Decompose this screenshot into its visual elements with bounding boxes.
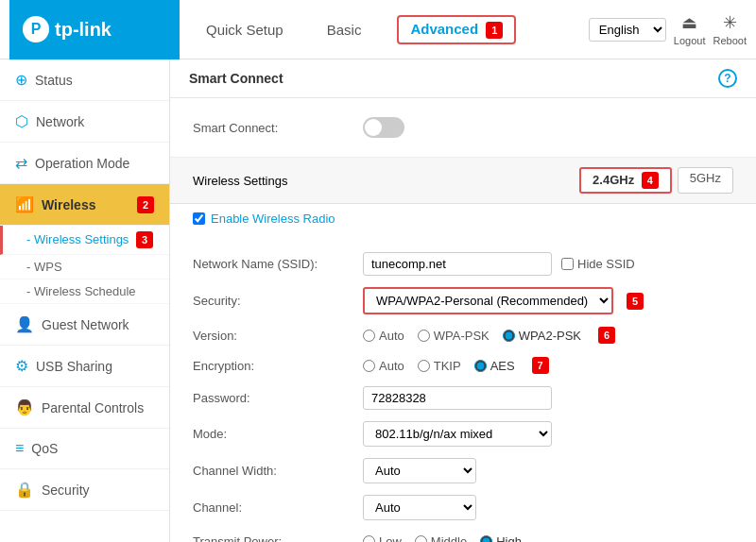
- wireless-settings-header: Wireless Settings 2.4GHz 4 5GHz: [170, 158, 756, 204]
- sidebar-item-label: USB Sharing: [36, 359, 112, 374]
- hide-ssid-label: Hide SSID: [561, 257, 635, 271]
- channel-control: Auto 1 6 11: [363, 495, 733, 520]
- enable-wireless-row: Enable Wireless Radio: [170, 204, 756, 233]
- mode-row: Mode: 802.11b/g/n/ax mixed 802.11b/g/n m…: [193, 415, 733, 452]
- tx-power-radio-group: Low Middle High: [363, 534, 522, 543]
- sidebar-item-network[interactable]: ⬡ Network: [0, 101, 169, 143]
- version-label: Version:: [193, 329, 363, 343]
- sidebar-sub-wireless-settings[interactable]: - Wireless Settings 3: [0, 226, 169, 255]
- security-icon: 🔒: [15, 481, 34, 499]
- wireless-badge: 2: [137, 196, 154, 213]
- smart-connect-form: Smart Connect:: [170, 98, 756, 158]
- channel-label: Channel:: [193, 500, 363, 515]
- enable-wireless-label: Enable Wireless Radio: [211, 212, 335, 226]
- encryption-aes[interactable]: AES: [474, 359, 515, 373]
- ssid-control: Hide SSID: [363, 252, 733, 276]
- content-area: Smart Connect ? Smart Connect: Wireless …: [170, 59, 756, 542]
- version-radio-group: Auto WPA-PSK WPA2-PSK 6: [363, 327, 615, 344]
- sidebar-item-operation-mode[interactable]: ⇄ Operation Mode: [0, 143, 169, 184]
- sidebar-item-parental-controls[interactable]: 👨 Parental Controls: [0, 387, 169, 429]
- help-icon[interactable]: ?: [718, 69, 737, 88]
- reboot-button[interactable]: ✳ Reboot: [713, 12, 747, 46]
- smart-connect-row: Smart Connect:: [193, 111, 733, 144]
- wireless-settings-title: Wireless Settings: [193, 174, 287, 188]
- password-control: [363, 386, 733, 410]
- ssid-label: Network Name (SSID):: [193, 257, 363, 271]
- wireless-icon: 📶: [15, 195, 34, 213]
- guest-network-icon: 👤: [15, 315, 34, 333]
- password-label: Password:: [193, 391, 363, 405]
- sidebar-item-status[interactable]: ⊕ Status: [0, 59, 169, 101]
- version-auto[interactable]: Auto: [363, 329, 404, 343]
- ssid-input[interactable]: [363, 252, 552, 276]
- mode-select[interactable]: 802.11b/g/n/ax mixed 802.11b/g/n mixed 8…: [363, 421, 552, 447]
- encryption-label: Encryption:: [193, 359, 363, 373]
- sidebar-item-label: Operation Mode: [35, 156, 129, 171]
- mode-control: 802.11b/g/n/ax mixed 802.11b/g/n mixed 8…: [363, 421, 733, 447]
- logout-icon: ⏏: [681, 12, 697, 33]
- tx-high[interactable]: High: [480, 534, 522, 543]
- sidebar-item-security[interactable]: 🔒 Security: [0, 469, 169, 511]
- sidebar-item-label: Parental Controls: [42, 400, 144, 415]
- version-badge: 6: [598, 327, 615, 344]
- sidebar-item-usb-sharing[interactable]: ⚙ USB Sharing: [0, 346, 169, 387]
- channel-row: Channel: Auto 1 6 11: [193, 489, 733, 526]
- wireless-form: Network Name (SSID): Hide SSID Security:…: [170, 233, 756, 542]
- freq-tab-5ghz[interactable]: 5GHz: [678, 167, 733, 194]
- password-input[interactable]: [363, 386, 552, 410]
- language-select[interactable]: English Chinese French: [589, 18, 666, 42]
- tx-middle[interactable]: Middle: [415, 534, 467, 543]
- channel-select[interactable]: Auto 1 6 11: [363, 495, 476, 520]
- sidebar-item-qos[interactable]: ≡ QoS: [0, 429, 169, 469]
- security-control: WPA/WPA2-Personal (Recommended) None WPA…: [363, 287, 733, 314]
- reboot-label: Reboot: [713, 35, 747, 46]
- logo-icon: P: [23, 16, 49, 42]
- logo: P tp-link: [23, 16, 112, 42]
- sidebar-item-label: QoS: [31, 441, 58, 456]
- usb-sharing-icon: ⚙: [15, 357, 28, 375]
- mode-label: Mode:: [193, 427, 363, 441]
- logout-button[interactable]: ⏏ Logout: [674, 12, 706, 46]
- tx-low[interactable]: Low: [363, 534, 402, 543]
- version-wpa-psk[interactable]: WPA-PSK: [418, 329, 490, 343]
- reboot-icon: ✳: [723, 12, 737, 33]
- security-badge: 5: [627, 293, 644, 310]
- nav-basic[interactable]: Basic: [319, 18, 369, 42]
- sidebar-item-label: Guest Network: [42, 317, 129, 332]
- main-layout: ⊕ Status ⬡ Network ⇄ Operation Mode 📶 Wi…: [0, 59, 756, 542]
- tx-power-row: Transmit Power: Low Middle High: [193, 526, 733, 542]
- smart-connect-toggle[interactable]: [363, 117, 404, 138]
- status-icon: ⊕: [15, 71, 27, 89]
- encryption-row: Encryption: Auto TKIP AES 7: [193, 350, 733, 381]
- encryption-control: Auto TKIP AES 7: [363, 357, 733, 374]
- sidebar-sub-wireless-schedule[interactable]: - Wireless Schedule: [0, 279, 169, 304]
- nav-advanced[interactable]: Advanced 1: [397, 15, 516, 44]
- channel-width-select[interactable]: Auto 20MHz 40MHz: [363, 458, 476, 483]
- encryption-auto[interactable]: Auto: [363, 359, 404, 373]
- logout-label: Logout: [674, 35, 706, 46]
- sidebar-item-guest-network[interactable]: 👤 Guest Network: [0, 304, 169, 346]
- hide-ssid-checkbox[interactable]: [561, 258, 574, 270]
- tx-power-control: Low Middle High: [363, 534, 733, 543]
- nav-right: English Chinese French ⏏ Logout ✳ Reboot: [589, 12, 747, 46]
- sidebar-item-label: Network: [36, 114, 84, 129]
- enable-wireless-checkbox[interactable]: [193, 212, 205, 225]
- channel-width-label: Channel Width:: [193, 464, 363, 478]
- nav-links: Quick Setup Basic Advanced 1: [180, 15, 589, 44]
- channel-width-row: Channel Width: Auto 20MHz 40MHz: [193, 452, 733, 489]
- sidebar-item-wireless[interactable]: 📶 Wireless 2: [0, 184, 169, 226]
- version-control: Auto WPA-PSK WPA2-PSK 6: [363, 327, 733, 344]
- nav-quick-setup[interactable]: Quick Setup: [198, 18, 291, 42]
- freq-tab-2.4ghz[interactable]: 2.4GHz 4: [579, 167, 672, 194]
- smart-connect-title: Smart Connect: [189, 71, 284, 86]
- wireless-settings-badge: 3: [136, 231, 153, 248]
- encryption-tkip[interactable]: TKIP: [418, 359, 461, 373]
- security-select[interactable]: WPA/WPA2-Personal (Recommended) None WPA…: [363, 287, 613, 314]
- sidebar-sub-wps[interactable]: - WPS: [0, 255, 169, 279]
- tx-power-label: Transmit Power:: [193, 534, 363, 543]
- operation-mode-icon: ⇄: [15, 154, 27, 172]
- smart-connect-label: Smart Connect:: [193, 121, 363, 135]
- encryption-radio-group: Auto TKIP AES 7: [363, 357, 549, 374]
- network-icon: ⬡: [15, 112, 28, 130]
- version-wpa2-psk[interactable]: WPA2-PSK: [503, 329, 581, 343]
